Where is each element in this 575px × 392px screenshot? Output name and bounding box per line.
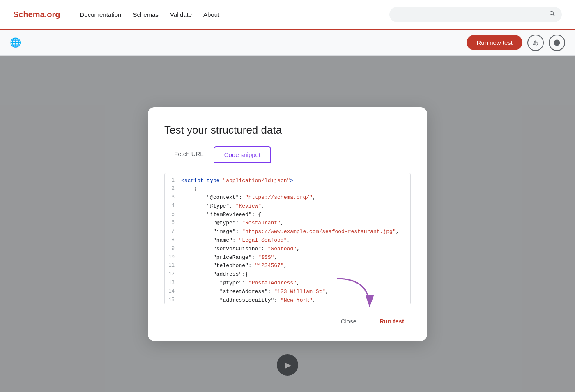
line-number: 10 [166,254,181,262]
code-content: "telephone": "1234567", [181,262,287,270]
nav-documentation[interactable]: Documentation [80,11,121,18]
code-line: 4 "@type": "Review", [165,202,410,211]
dialog-title: Test your structured data [164,124,411,136]
search-container [389,7,562,22]
code-line: 1<script type="application/ld+json"> [165,177,410,185]
code-line: 8 "name": "Legal Seafood", [165,236,410,245]
code-editor[interactable]: 1<script type="application/ld+json">2 {3… [164,173,411,304]
line-number: 8 [166,236,181,245]
toolbar: 🌐 Run new test あ [0,30,575,56]
code-content: "@type": "Review", [181,202,264,211]
dialog: Test your structured data Fetch URL Code… [148,107,427,341]
line-number: 4 [166,202,181,211]
language-button[interactable]: あ [527,35,544,51]
run-test-button[interactable]: Run test [373,314,411,328]
nav-validate[interactable]: Validate [170,11,192,18]
line-number: 14 [166,288,181,296]
code-content: "address":{ [181,270,248,279]
line-number: 7 [166,228,181,236]
code-content: "priceRange": "$$$", [181,254,277,262]
line-number: 11 [166,262,181,270]
code-content: "itemRevieeed": { [181,211,261,219]
line-number: 2 [166,185,181,194]
code-line: 12 "address":{ [165,270,410,279]
globe-icon: 🌐 [10,37,21,48]
toolbar-right: Run new test あ [467,35,565,51]
line-number: 15 [166,296,181,304]
line-number: 1 [166,177,181,185]
line-number: 13 [166,279,181,288]
tab-code-snippet[interactable]: Code snippet [214,146,271,163]
code-content: "image": "https://www.example.com/seafoo… [181,228,399,236]
main-area: Test your structured data Fetch URL Code… [0,56,575,392]
code-content: "@type": "PostalAddress", [181,279,300,288]
nav-links: Documentation Schemas Validate About [80,11,376,18]
nav-about[interactable]: About [203,11,219,18]
dialog-tabs: Fetch URL Code snippet [164,146,411,163]
code-content: "name": "Legal Seafood", [181,236,290,245]
site-logo[interactable]: Schema.org [13,10,60,19]
code-line: 9 "servesCuisine": "Seafood", [165,245,410,254]
line-number: 6 [166,219,181,228]
line-number: 3 [166,194,181,202]
code-line: 6 "@type": "Restaurant", [165,219,410,228]
code-content: <script type="application/ld+json"> [181,177,293,185]
line-number: 5 [166,211,181,219]
code-line: 11 "telephone": "1234567", [165,262,410,270]
code-content: "addressLocality": "New York", [181,296,316,304]
code-content: "streetAddress": "123 William St", [181,288,329,296]
line-number: 9 [166,245,181,254]
run-new-test-button[interactable]: Run new test [467,35,522,50]
code-line: 13 "@type": "PostalAddress", [165,279,410,288]
code-line: 5 "itemRevieeed": { [165,211,410,219]
search-input[interactable] [389,7,562,22]
dialog-footer: Close Run test [164,314,411,328]
info-button[interactable] [549,35,565,51]
dialog-overlay: Test your structured data Fetch URL Code… [0,56,575,392]
code-line: 10 "priceRange": "$$$", [165,254,410,262]
code-line: 2 { [165,185,410,194]
code-content: "@type": "Restaurant", [181,219,284,228]
code-content: "@context": "https://schema.org/", [181,194,316,202]
code-content: { [181,185,197,194]
code-line: 14 "streetAddress": "123 William St", [165,288,410,296]
code-line: 3 "@context": "https://schema.org/", [165,194,410,202]
search-icon[interactable] [549,10,556,19]
close-button[interactable]: Close [334,314,363,328]
nav-schemas[interactable]: Schemas [133,11,159,18]
line-number: 12 [166,270,181,279]
code-line: 15 "addressLocality": "New York", [165,296,410,304]
code-line: 7 "image": "https://www.example.com/seaf… [165,228,410,236]
navbar: Schema.org Documentation Schemas Validat… [0,0,575,30]
tab-fetch-url[interactable]: Fetch URL [164,146,214,163]
code-content: "servesCuisine": "Seafood", [181,245,300,254]
